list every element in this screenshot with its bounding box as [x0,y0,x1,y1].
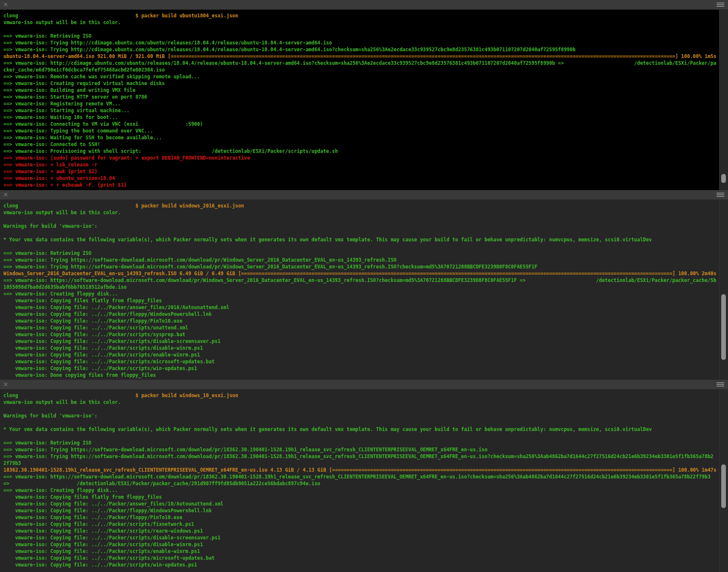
terminal-line: ==> vmware-iso: Waiting for SSH to becom… [3,134,720,141]
terminal-line: ==> vmware-iso: Remote cache was verifie… [3,73,720,80]
terminal-line: ==> vmware-iso: Trying https://software-… [3,263,720,270]
terminal-line: ==> vmware-iso: Creating floppy disk... [3,487,720,494]
terminal-line: vmware-iso: Copying file: ../../Packer/a… [3,500,720,507]
terminal-line: ==> vmware-iso: + awk {print $2} [3,168,720,175]
terminal-line: ==> vmware-iso: Connected to SSH! [3,141,720,148]
terminal-line: ==> vmware-iso: Retrieving ISO [3,250,720,257]
terminal-line: ==> vmware-iso: Starting virtual machine… [3,107,720,114]
terminal-line: ==> vmware-iso: Building and writing VMX… [3,87,720,94]
terminal-line: ==> vmware-iso: Retrieving ISO [3,33,720,39]
pane-header: ✕ [0,190,728,200]
terminal-line: vmware-iso: Copying file: ../../Packer/f… [3,514,720,521]
scrollbar[interactable] [719,200,728,380]
scrollbar-thumb[interactable] [721,174,726,183]
terminal-line: vmware-iso: Copying file: ../../Packer/s… [3,331,720,338]
terminal-line: vmware-iso: Copying file: ../../Packer/f… [3,318,720,324]
terminal-line: ==> vmware-iso: Creating required virtua… [3,80,720,87]
terminal-line: ==> vmware-iso: https://software-downloa… [3,277,720,284]
terminal-line: ==> vmware-iso: Registering remote VM... [3,100,720,107]
terminal-line: vmware-iso: Copying files flatly from fl… [3,297,720,304]
terminal-line: vmware-iso: Copying files flatly from fl… [3,494,720,500]
terminal-line: vmware-iso: Copying file: ../../Packer/s… [3,365,720,372]
terminal-line: ==> vmware-iso: Trying https://software-… [3,257,720,263]
terminal-line: ==> vmware-iso: http://cdimage.ubuntu.co… [3,60,720,66]
terminal-line: ==> vmware-iso: Creating floppy disk... [3,290,720,297]
terminal-line: * Your vmx data contains the following v… [3,426,720,433]
terminal-line [3,243,720,250]
hamburger-icon [717,4,724,5]
terminal-line: clong $ packer build ubuntu1804_esxi.jso… [3,12,720,19]
terminal-line: vmware-iso: Copying file: ../../Packer/s… [3,534,720,541]
terminal-line: vmware-iso: Copying file: ../../Packer/f… [3,507,720,514]
terminal-line: vmware-iso: Copying file: ../../Packer/s… [3,351,720,358]
terminal-line: 2f79b3 [3,460,720,467]
terminal-line [3,26,720,33]
terminal-line: ==> vmware-iso: + + echoawk -F. {print $… [3,182,720,188]
terminal-line: Warnings for build 'vmware-iso': [3,412,720,419]
terminal-line: ==> vmware-iso: Retrieving ISO [3,439,720,446]
terminal-line: Windows_Server_2016_Datacenter_EVAL_en-u… [3,270,720,277]
terminal-line: vmware-iso: Done copying files from flop… [3,372,720,379]
terminal-line: vmware-iso output will be in this color. [3,19,720,26]
terminal-line: vmware-iso: Copying file: ../../Packer/s… [3,561,720,568]
terminal-line: ==> vmware-iso: [sudo] password for vagr… [3,155,720,161]
terminal-line [3,419,720,426]
menu-icon[interactable] [717,382,724,387]
terminal-line: ==> vmware-iso: Typing the boot command … [3,127,720,134]
terminal-pane-ubuntu1804-build: ✕ clong $ packer build ubuntu1804_esxi.j… [0,0,728,190]
menu-icon[interactable] [717,192,724,197]
terminal-line: vmware-iso output will be in this color. [3,399,720,406]
hamburger-icon [717,384,724,385]
terminal-line: ==> vmware-iso: Connecting to VM via VNC… [3,121,720,127]
hamburger-icon [717,194,724,195]
terminal-line: ==> vmware-iso: Trying https://software-… [3,446,720,453]
terminal-output: clong $ packer build ubuntu1804_esxi.jso… [0,10,720,190]
terminal-output: clong $ packer build windows_10_esxi.jso… [0,390,720,572]
terminal-line: => /detectionlab/ESXi/Packer/packer_cach… [3,480,720,487]
terminal-line: vmware-iso: Copying file: ../../Packer/s… [3,324,720,331]
scrollbar[interactable] [719,390,728,572]
terminal-line [3,229,720,236]
terminal-line: vmware-iso: Copying file: ../../Packer/s… [3,528,720,534]
terminal-line: * Your vmx data contains the following v… [3,236,720,243]
menu-icon[interactable] [717,2,724,7]
terminal-line: 18362.30.190401-1528.19h1_release_svc_re… [3,467,720,473]
terminal-line: Warnings for build 'vmware-iso': [3,223,720,229]
terminal-line: vmware-iso: Copying file: ../../Packer/s… [3,541,720,548]
terminal-line: ==> vmware-iso: Trying http://cdimage.ub… [3,46,720,53]
terminal-line: ==> vmware-iso: Starting HTTP server on … [3,94,720,100]
pane-header: ✕ [0,380,728,390]
terminal-line: vmware-iso: Copying file: ../../Packer/f… [3,311,720,318]
terminal-line: ubuntu-18.04.4-server-amd64.iso 921.00 M… [3,53,720,60]
terminal-line: cker_cache/e6d790e1cf0dcbca7fefef75468ac… [3,66,720,73]
terminal-line [3,433,720,439]
terminal-line: vmware-iso: Copying file: ../../Packer/s… [3,555,720,561]
terminal-line: 1055098d7ba8d2d635babf6bb76518512afbde.i… [3,284,720,290]
terminal-line: vmware-iso: Copying file: ../../Packer/s… [3,521,720,528]
terminal-line: vmware-iso: Copying file: ../../Packer/s… [3,548,720,555]
terminal-line: ==> vmware-iso: + lsb_release -r [3,161,720,168]
terminal-line: ==> vmware-iso: Waiting 10s for boot... [3,114,720,121]
terminal-line: ==> vmware-iso: + ubuntu_version=18.04 [3,175,720,182]
terminal-line: clong $ packer build windows_2016_esxi.j… [3,202,720,209]
scrollbar-thumb[interactable] [721,294,726,360]
terminal-line: ==> vmware-iso: Trying https://software-… [3,453,720,460]
close-icon[interactable]: ✕ [3,191,8,199]
terminal-line: vmware-iso: Copying file: ../../Packer/s… [3,358,720,365]
terminal-line: ==> vmware-iso: Trying http://cdimage.ub… [3,39,720,46]
terminal-line: clong $ packer build windows_10_esxi.jso… [3,392,720,399]
scrollbar-thumb[interactable] [721,464,726,508]
terminal-line [3,406,720,412]
terminal-line: ==> vmware-iso: Provisioning with shell … [3,148,720,155]
terminal-output: clong $ packer build windows_2016_esxi.j… [0,200,720,380]
terminal-line: vmware-iso: Copying file: ../../Packer/s… [3,345,720,351]
terminal-line [3,216,720,223]
close-icon[interactable]: ✕ [3,1,8,8]
scrollbar[interactable] [719,10,728,190]
terminal-line: vmware-iso: Copying file: ../../Packer/a… [3,304,720,311]
terminal-line: vmware-iso: Copying file: ../../Packer/s… [3,338,720,345]
terminal-pane-windows10-build: ✕ clong $ packer build windows_10_esxi.j… [0,380,728,572]
terminal-line: vmware-iso output will be in this color. [3,209,720,216]
close-icon[interactable]: ✕ [3,381,8,388]
pane-header: ✕ [0,0,728,10]
